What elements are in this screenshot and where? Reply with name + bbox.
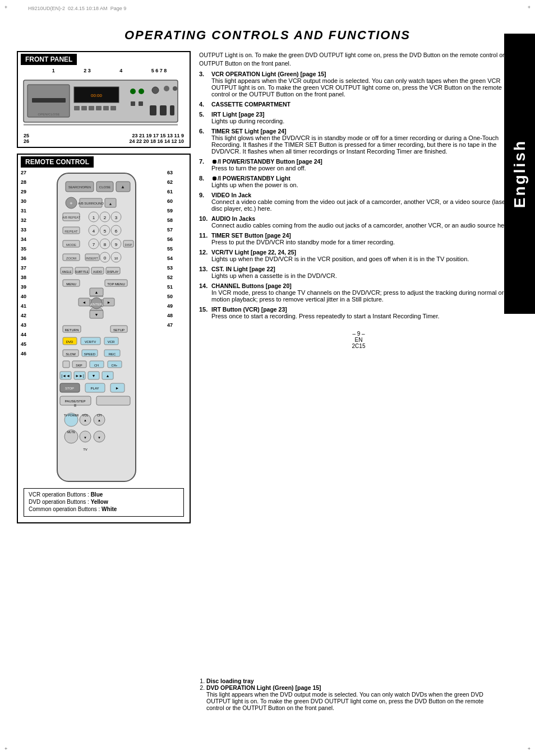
svg-rect-22: [24, 124, 178, 126]
svg-text:II: II: [74, 403, 76, 407]
svg-text:|◄◄: |◄◄: [61, 374, 70, 378]
svg-text:▲: ▲: [98, 419, 101, 422]
remote-diagram-area: 27 28 29 30 31 32 33 34 35 36 37 38: [21, 170, 187, 485]
page-number: – 9 –: [199, 331, 518, 337]
svg-text:▲: ▲: [121, 184, 125, 189]
svg-text:SEARCH/OPEN: SEARCH/OPEN: [68, 185, 91, 189]
svg-text:ANGLE: ANGLE: [62, 270, 72, 273]
svg-point-18: [173, 86, 177, 91]
svg-text:▲: ▲: [84, 419, 87, 422]
svg-text:OPEN/CLOSE: OPEN/CLOSE: [38, 113, 59, 116]
svg-text:▲: ▲: [106, 374, 110, 378]
svg-text:TOP MENU: TOP MENU: [107, 282, 124, 286]
svg-text:10: 10: [114, 257, 118, 260]
svg-text:INSERT: INSERT: [86, 257, 98, 260]
svg-text:SPEED: SPEED: [84, 353, 96, 356]
corner-mark-tl: +: [4, 4, 7, 10]
svg-text:CLOSE: CLOSE: [99, 185, 110, 189]
fp-numbers-bottom: 25 23 21 19 17 15 13 11 9: [21, 133, 187, 138]
svg-text:A/B SURROUND: A/B SURROUND: [78, 202, 104, 205]
svg-text:◄: ◄: [82, 300, 86, 304]
svg-rect-8: [89, 106, 94, 110]
svg-text:+: +: [70, 201, 72, 206]
svg-text:A/B REPEAT: A/B REPEAT: [62, 216, 81, 219]
svg-text:▲: ▲: [109, 202, 113, 206]
svg-text:00:00: 00:00: [91, 93, 103, 98]
svg-rect-15: [139, 101, 143, 106]
svg-text:TV-POWER: TV-POWER: [64, 414, 79, 417]
corner-mark-bl: +: [4, 746, 7, 752]
vcr-legend-label: VCR operation Buttons :: [29, 491, 89, 498]
corner-mark-tr: +: [528, 4, 531, 10]
svg-rect-11: [110, 106, 116, 110]
dvd-legend-color: Yellow: [91, 499, 108, 505]
legend-vcr: VCR operation Buttons : Blue: [29, 491, 179, 498]
right-column: OUTPUT Light is on. To make the green DV…: [199, 51, 518, 523]
svg-rect-21: [170, 105, 174, 115]
svg-text:SETUP: SETUP: [113, 328, 124, 332]
svg-text:ZOOM: ZOOM: [66, 257, 76, 260]
page-container: + + + + H9210UD(EN)-2 02.4.15 10:18 AM P…: [0, 0, 535, 756]
list-item: 14. CHANNEL Buttons [page 20] In VCR mod…: [199, 282, 518, 303]
svg-text:TV: TV: [83, 448, 87, 451]
svg-point-13: [139, 89, 144, 94]
list-item: 3. VCR OPERATION Light (Green) [page 15]…: [199, 71, 518, 98]
svg-text:3: 3: [115, 215, 118, 220]
list-item: 4. CASSETTE COMPARTMENT: [199, 101, 518, 108]
svg-text:▼: ▼: [95, 313, 99, 317]
front-panel-header: FRONT PANEL: [21, 54, 77, 65]
svg-text:CH: CH: [97, 414, 102, 417]
svg-rect-9: [96, 106, 102, 110]
output-light-desc: OUTPUT Light is on. To make the green DV…: [199, 51, 518, 68]
fp-numbers-bottom2: 26 24 22 20 18 16 14 12 10: [21, 138, 187, 144]
svg-text:PAUSE/STEP: PAUSE/STEP: [64, 400, 85, 403]
svg-rect-14: [131, 101, 135, 106]
corner-mark-br: +: [528, 746, 531, 752]
front-panel-section: FRONT PANEL 1 2 3 4 5 6 7 8: [17, 51, 191, 148]
svg-text:DVD: DVD: [66, 340, 73, 344]
remote-left-numbers: 27 28 29 30 31 32 33 34 35 36 37 38: [21, 170, 40, 361]
svg-rect-20: [160, 105, 167, 115]
svg-text:VOL: VOL: [82, 414, 88, 417]
remote-control-section: REMOTE CONTROL 27 28 29 30 31 32 33: [17, 154, 191, 523]
svg-text:PLAY: PLAY: [91, 387, 99, 390]
svg-text:CH+: CH+: [111, 364, 117, 367]
desc-item-1: Disc loading tray: [206, 678, 496, 684]
svg-text:►►|: ►►|: [75, 374, 84, 378]
svg-text:►: ►: [107, 300, 111, 304]
svg-point-12: [130, 89, 136, 94]
page-footer: – 9 – EN2C15: [199, 331, 518, 349]
svg-text:MODE: MODE: [66, 243, 76, 247]
svg-text:DISP: DISP: [125, 243, 132, 247]
svg-text:2: 2: [104, 215, 107, 220]
svg-rect-19: [150, 105, 156, 115]
bottom-desc-1-2: Disc loading tray DVD OPERATION Light (G…: [196, 678, 496, 711]
dvd-legend-label: DVD operation Buttons :: [29, 499, 89, 505]
content-layout: FRONT PANEL 1 2 3 4 5 6 7 8: [17, 51, 518, 523]
list-item: 13. CST. IN Light [page 22] Lights up wh…: [199, 266, 518, 279]
page-header-note: H9210UD(EN)-2 02.4.15 10:18 AM Page 9: [28, 6, 126, 11]
legend-dvd: DVD operation Buttons : Yellow: [29, 499, 179, 505]
descriptions-list: 3. VCR OPERATION Light (Green) [page 15]…: [199, 71, 518, 319]
svg-text:8: 8: [104, 242, 107, 247]
svg-text:4: 4: [93, 229, 95, 234]
svg-rect-2: [32, 98, 66, 103]
legend-common: Common operation Buttons : White: [29, 506, 179, 512]
list-item: 10. AUDIO In Jacks Connect audio cables …: [199, 215, 518, 229]
svg-text:▼: ▼: [92, 374, 96, 378]
vcr-legend-color: Blue: [91, 491, 103, 498]
page-title: OPERATING CONTROLS AND FUNCTIONS: [17, 28, 518, 43]
svg-text:STOP: STOP: [65, 387, 74, 390]
svg-text:VCR/TV: VCR/TV: [85, 340, 96, 344]
remote-control-header: REMOTE CONTROL: [21, 156, 94, 168]
remote-svg: SEARCH/OPEN CLOSE ▲ + A/B SURROUN: [40, 170, 153, 484]
svg-text:AUDIO: AUDIO: [93, 270, 102, 273]
svg-text:REC: REC: [109, 353, 116, 356]
svg-text:►: ►: [116, 386, 119, 390]
legend-box: VCR operation Buttons : Blue DVD operati…: [24, 488, 184, 517]
svg-text:CH: CH: [94, 364, 99, 367]
svg-text:0: 0: [104, 256, 107, 261]
fp-numbers-top: 1 2 3 4 5 6 7 8: [21, 68, 187, 73]
svg-text:SLOW: SLOW: [66, 353, 76, 356]
svg-text:SKIP: SKIP: [76, 364, 82, 367]
